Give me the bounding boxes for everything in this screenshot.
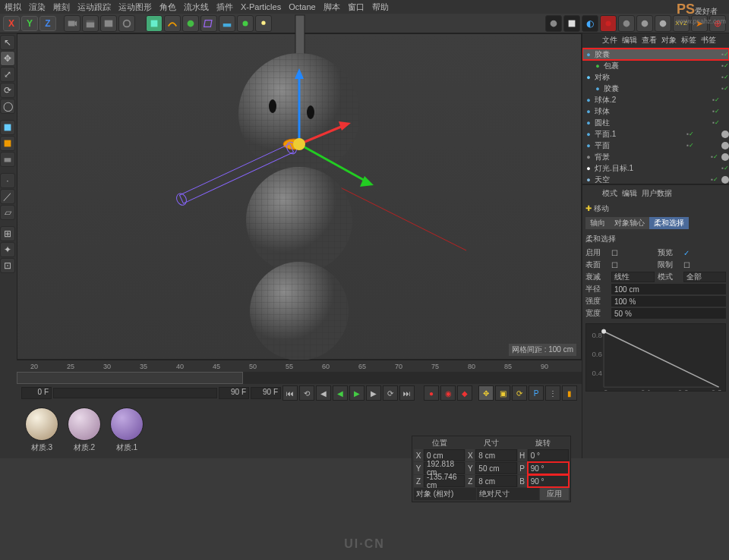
step-back-icon[interactable]: ⟲ [299,385,314,401]
tree-row[interactable]: ●球体▪✓ [582,105,729,117]
goto-end-icon[interactable]: ⏭ [399,385,415,401]
clapboard-icon[interactable] [82,15,99,32]
camera-icon[interactable] [64,15,80,32]
step-fwd-icon[interactable]: ⟳ [383,385,398,401]
tree-row[interactable]: ●胶囊▪✓ [582,83,729,94]
om-tab[interactable]: 查看 [642,35,657,46]
poly-mode-icon[interactable]: ▱ [0,205,15,220]
sphere-a-icon[interactable] [618,15,635,32]
record-icon[interactable] [600,15,617,32]
axis-y-button[interactable]: Y [21,16,38,31]
material-swatch[interactable]: 材质.1 [108,407,146,453]
attr-section-label: 柔和选择 [585,234,726,244]
key-pos-icon[interactable]: ✥ [478,385,494,401]
move-tool-icon[interactable]: ✥ [0,51,15,66]
keyframe-sel-icon[interactable]: ◆ [457,385,472,401]
live-select-icon[interactable]: ↖ [0,35,15,50]
rotate-tool-icon[interactable]: ⟳ [0,83,15,98]
axis-x-button[interactable]: X [3,16,20,31]
tree-row[interactable]: ●包裹▪✓ [582,60,729,71]
sub-tab-pivot[interactable]: 对象轴心 [610,217,649,229]
key-param-icon[interactable]: P [529,385,544,401]
viewport[interactable]: 网格间距 : 100 cm [17,33,582,360]
point-mode-icon[interactable]: · [0,173,15,188]
svg-text:0: 0 [604,388,608,391]
svg-marker-1 [75,20,77,26]
tree-row[interactable]: ●平面▪✓ [582,140,729,151]
tree-row[interactable]: ●胶囊▪✓ [582,49,729,60]
autokey-icon[interactable]: ◉ [440,385,456,401]
snap-icon[interactable]: ✦ [0,242,15,257]
tree-row[interactable]: ●圆柱▪✓ [582,117,729,128]
object-tree[interactable]: ●胶囊▪✓●包裹▪✓●对称▪✓●胶囊▪✓●球体.2▪✓●球体▪✓●圆柱▪✓●平面… [582,47,729,184]
attr-tab[interactable]: 编辑 [622,188,637,200]
locked-icon[interactable]: ⊡ [0,258,15,273]
enable-axis-icon[interactable]: ⊞ [0,226,15,241]
menu-item[interactable]: 渲染 [29,2,46,13]
om-tab[interactable]: 书签 [701,35,716,46]
attr-tab[interactable]: 用户数据 [642,188,672,200]
render-region-icon[interactable] [563,15,580,32]
next-frame-icon[interactable]: ▶ [366,385,381,401]
goto-start-icon[interactable]: ⏮ [282,385,298,401]
tree-row[interactable]: ●灯光.目标.1▪✓ [582,162,729,174]
play-fwd-icon[interactable]: ▶ [349,385,364,401]
tick-label: 90 [541,363,548,370]
scale-tool-icon[interactable]: ⤢ [0,67,15,82]
falloff-graph[interactable]: 0.8 0.6 0.4 0 0.1 0.2 0.3 [585,323,726,392]
width-input[interactable]: 50 % [611,308,726,319]
om-tab[interactable]: 编辑 [622,35,637,46]
coord-header-pos: 位置 [414,438,465,448]
current-frame-input[interactable]: 90 F [251,387,281,399]
menu-item[interactable]: 模拟 [5,2,21,13]
menu-item[interactable]: 雕刻 [53,2,70,13]
model-mode-icon[interactable] [0,120,15,135]
tick-label: 65 [358,363,366,370]
sub-tab-soft[interactable]: 柔和选择 [649,217,689,229]
strength-input[interactable]: 100 % [611,296,726,307]
svg-point-41 [293,138,305,150]
menu-item[interactable]: 运动跟踪 [77,2,111,13]
key-scale-icon[interactable]: ▣ [495,385,510,401]
render-view-icon[interactable] [545,15,562,32]
attr-label: 模式 [658,272,680,282]
scroll-thumb[interactable] [17,372,243,384]
radius-input[interactable]: 100 cm [611,284,726,294]
tree-row[interactable]: ●平面.1▪✓ [582,128,729,140]
mode-select[interactable]: 全部 [683,272,727,282]
om-tab[interactable]: 对象 [661,35,677,46]
tree-row[interactable]: ●球体.2▪✓ [582,94,729,105]
prev-frame-icon[interactable]: ◀ [316,385,331,401]
workplane-icon[interactable] [0,152,15,167]
attr-tab[interactable]: 模式 [602,188,617,200]
tree-row[interactable]: ●背景▪✓ [582,151,729,162]
om-tab[interactable]: 文件 [602,35,617,46]
tree-row[interactable]: ●对称▪✓ [582,71,729,83]
texture-mode-icon[interactable] [0,136,15,151]
sub-tab-axis[interactable]: 轴向 [585,217,610,229]
ipr-icon[interactable]: ◐ [582,15,598,32]
sphere-c-icon[interactable] [655,15,671,32]
play-back-icon[interactable]: ◀ [333,385,348,401]
material-swatch[interactable]: 材质.2 [65,407,103,453]
lasso-icon[interactable]: ◯ [0,99,15,114]
key-rot-icon[interactable]: ⟳ [512,385,527,401]
svg-point-47 [601,329,606,334]
om-tab[interactable]: 标签 [681,35,696,46]
timeline-scrollbar[interactable] [17,372,582,384]
coord-apply-button[interactable]: 应用 [540,488,569,500]
start-frame-input[interactable]: 0 F [21,387,52,399]
sphere-b-icon[interactable] [636,15,653,32]
coord-size-select[interactable]: 绝对尺寸 [477,488,539,500]
end-frame-input[interactable]: 90 F [219,387,249,399]
material-swatch[interactable]: 材质.3 [23,407,61,453]
tree-row[interactable]: ●天空▪✓ [582,174,729,184]
record-key-icon[interactable]: ● [424,385,439,401]
key-pla-icon[interactable]: ⋮ [545,385,560,401]
key-opts-icon[interactable]: ▮ [562,385,577,401]
falloff-select[interactable]: 线性 [611,272,655,282]
edge-mode-icon[interactable]: ／ [0,189,15,204]
timeline-ruler[interactable]: 202530354045505560657075808590 [17,360,582,372]
coord-obj-select[interactable]: 对象 (相对) [414,488,476,500]
axis-z-button[interactable]: Z [39,16,56,31]
